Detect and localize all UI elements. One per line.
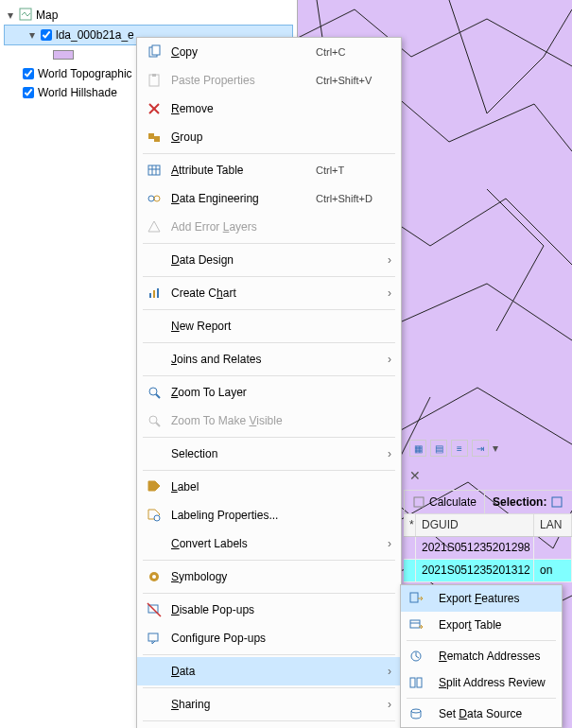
col-lan[interactable]: LAN bbox=[534, 514, 572, 536]
field-add-icon[interactable]: ▦ bbox=[409, 440, 426, 457]
group-icon bbox=[145, 130, 164, 145]
menu-label: Attribute Table bbox=[171, 164, 316, 177]
chevron-right-icon: › bbox=[388, 353, 391, 366]
zoom-icon bbox=[145, 413, 164, 428]
sort-icon[interactable]: ≡ bbox=[451, 440, 468, 457]
menu-shortcut: Ctrl+T bbox=[316, 165, 401, 176]
col-dguid[interactable]: DGUID bbox=[416, 514, 534, 536]
calculate-button[interactable]: Calculate bbox=[404, 491, 484, 513]
menu-item-create-chart[interactable]: Create Chart› bbox=[137, 279, 401, 307]
svg-rect-5 bbox=[152, 45, 160, 55]
map-frame-icon bbox=[19, 8, 32, 24]
cell-on: on bbox=[534, 560, 572, 581]
menu-item-remove[interactable]: Remove bbox=[137, 95, 401, 123]
svg-rect-38 bbox=[410, 620, 420, 628]
collapse-icon[interactable]: ▾ bbox=[6, 9, 15, 22]
menu-label: Configure Pop-ups bbox=[171, 632, 316, 645]
layer-visibility-checkbox[interactable] bbox=[41, 29, 52, 41]
layer-visibility-checkbox[interactable] bbox=[23, 68, 34, 79]
paste-icon bbox=[145, 73, 164, 88]
chevron-down-icon[interactable]: ▾ bbox=[493, 442, 498, 455]
menu-item-paste-properties: Paste PropertiesCtrl+Shift+V bbox=[137, 66, 401, 95]
menu-item-add-error-layers: Add Error Layers bbox=[137, 213, 401, 241]
menu-item-new-report[interactable]: New Report bbox=[137, 312, 401, 340]
symbology-icon bbox=[145, 569, 164, 584]
menu-label: Selection bbox=[171, 447, 316, 460]
svg-rect-30 bbox=[148, 633, 158, 641]
menu-label: Data Design bbox=[171, 253, 316, 267]
menu-item-convert-labels[interactable]: Convert Labels› bbox=[137, 529, 401, 558]
map-root-label: Map bbox=[36, 9, 58, 22]
menu-shortcut: Ctrl+Shift+D bbox=[316, 193, 401, 204]
menu-item-selection[interactable]: Selection› bbox=[137, 440, 401, 468]
menu-item-configure-pop-ups[interactable]: Configure Pop-ups bbox=[137, 624, 401, 652]
chart-icon bbox=[145, 286, 164, 301]
menu-item-symbology[interactable]: Symbology bbox=[137, 563, 401, 591]
menu-item-data-design[interactable]: Data Design› bbox=[137, 246, 401, 274]
error-icon bbox=[145, 219, 164, 234]
svg-rect-41 bbox=[410, 678, 415, 687]
menu-item-attribute-table[interactable]: Attribute TableCtrl+T bbox=[137, 156, 401, 184]
menu-item-label[interactable]: Label bbox=[137, 473, 401, 501]
layer-visibility-checkbox[interactable] bbox=[23, 87, 34, 98]
submenu-item-export-features[interactable]: Export Features bbox=[401, 585, 562, 612]
layer-label: World Hillshade bbox=[38, 86, 117, 99]
menu-item-disable-pop-ups[interactable]: Disable Pop-ups bbox=[137, 596, 401, 624]
svg-point-16 bbox=[148, 196, 154, 201]
submenu-item-set-data-source[interactable]: Set Data Source bbox=[401, 701, 562, 727]
svg-line-22 bbox=[156, 394, 160, 398]
menu-label: Zoom To Layer bbox=[171, 386, 316, 399]
rematch-icon bbox=[407, 649, 425, 664]
symbology-swatch[interactable] bbox=[53, 50, 74, 60]
svg-point-27 bbox=[152, 575, 156, 579]
submenu-item-rematch-addresses[interactable]: Rematch Addresses bbox=[401, 643, 562, 669]
menu-shortcut: Ctrl+C bbox=[316, 46, 401, 58]
calculate-label: Calculate bbox=[429, 495, 477, 509]
field-calc-icon[interactable]: ▤ bbox=[430, 440, 447, 457]
menu-label: New Report bbox=[171, 320, 316, 333]
menu-label: Group bbox=[171, 130, 316, 144]
svg-rect-18 bbox=[149, 293, 151, 298]
menu-label: Data bbox=[171, 665, 316, 678]
menu-label: Create Chart bbox=[171, 286, 316, 300]
selection-icon[interactable] bbox=[550, 495, 563, 509]
cell-dguid: 2021S051235201298 bbox=[416, 537, 534, 559]
menu-item-labeling-properties-[interactable]: Labeling Properties... bbox=[137, 501, 401, 529]
menu-item-group[interactable]: Group bbox=[137, 123, 401, 151]
submenu-item-export-table[interactable]: Export Table bbox=[401, 612, 562, 638]
menu-item-sharing[interactable]: Sharing› bbox=[137, 690, 401, 719]
col-marker[interactable]: * bbox=[404, 514, 416, 536]
submenu-item-split-address-review[interactable]: Split Address Review bbox=[401, 669, 562, 696]
menu-item-data[interactable]: Data› bbox=[137, 657, 401, 685]
menu-label: Copy bbox=[171, 45, 316, 59]
chevron-right-icon: › bbox=[388, 286, 391, 300]
menu-label: Sharing bbox=[171, 698, 316, 711]
table-row[interactable]: 2021S051235201312 on bbox=[404, 560, 572, 582]
submenu-label: Split Address Review bbox=[439, 676, 546, 689]
chevron-right-icon: › bbox=[388, 537, 391, 550]
menu-label: Symbology bbox=[171, 570, 316, 583]
svg-line-24 bbox=[156, 423, 160, 426]
popupoff-icon bbox=[145, 602, 164, 617]
tab-close-row: ✕ bbox=[404, 461, 572, 490]
menu-item-copy[interactable]: CopyCtrl+C bbox=[137, 38, 401, 66]
svg-rect-3 bbox=[552, 497, 562, 507]
menu-label: Label bbox=[171, 480, 316, 494]
menu-item-data-engineering[interactable]: Data EngineeringCtrl+Shift+D bbox=[137, 184, 401, 213]
submenu-label: Export Features bbox=[439, 592, 519, 605]
table-toolbar: ▦ ▤ ≡ ⇥ ▾ bbox=[404, 435, 572, 461]
collapse-icon[interactable]: ▾ bbox=[27, 28, 37, 42]
close-icon[interactable]: ✕ bbox=[409, 468, 421, 483]
menu-label: Zoom To Make Visible bbox=[171, 414, 316, 427]
menu-item-view-metadata[interactable]: View Metadata bbox=[137, 723, 401, 728]
submenu-label: Export Table bbox=[439, 618, 502, 632]
menu-item-zoom-to-layer[interactable]: Zoom To Layer bbox=[137, 378, 401, 407]
labelprop-icon bbox=[145, 508, 164, 523]
svg-rect-7 bbox=[152, 74, 156, 77]
menu-item-joins-and-relates[interactable]: Joins and Relates› bbox=[137, 345, 401, 373]
map-root[interactable]: ▾ Map bbox=[0, 6, 297, 25]
arrow-icon[interactable]: ⇥ bbox=[472, 440, 489, 457]
svg-point-23 bbox=[149, 416, 157, 424]
data-submenu: Export FeaturesExport TableRematch Addre… bbox=[400, 584, 563, 728]
table-row[interactable]: 2021S051235201298 bbox=[404, 537, 572, 560]
